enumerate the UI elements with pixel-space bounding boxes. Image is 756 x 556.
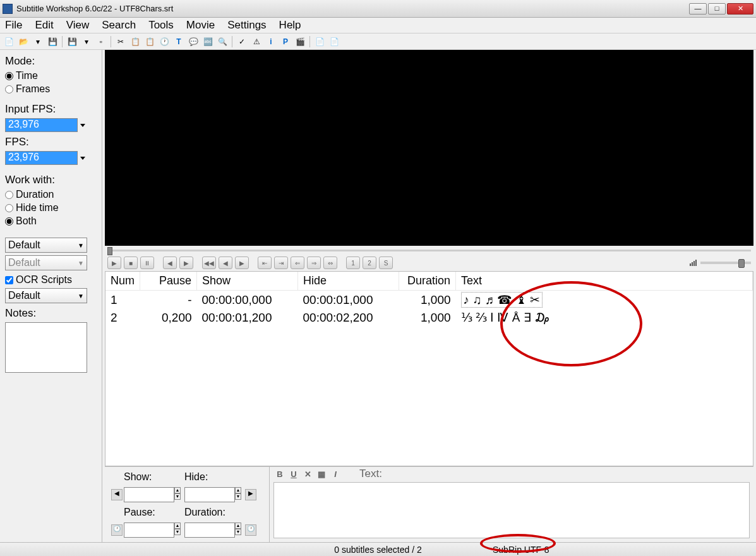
bold-button[interactable]: B: [275, 469, 285, 479]
pause-button[interactable]: ⏸: [140, 257, 154, 269]
subtitle-grid[interactable]: Num Pause Show Hide Duration Text 1 - 00…: [105, 271, 753, 466]
back-button[interactable]: ◀: [219, 257, 232, 269]
subtitle-text-input[interactable]: [273, 482, 750, 538]
menu-search[interactable]: Search: [102, 19, 136, 32]
doc-icon[interactable]: ▫: [95, 35, 107, 48]
duration-spinner[interactable]: ▲▼: [235, 523, 241, 538]
translate-icon[interactable]: 🔤: [201, 35, 214, 48]
stop-button[interactable]: ■: [124, 257, 138, 269]
menu-tools[interactable]: Tools: [148, 19, 174, 32]
clear-button[interactable]: ✕: [303, 469, 313, 479]
copy-icon[interactable]: 📋: [129, 35, 141, 48]
menu-view[interactable]: View: [66, 19, 90, 32]
jump-prev-button[interactable]: ⇐: [291, 257, 304, 269]
default-combo-2[interactable]: Default▼: [5, 255, 87, 270]
menu-help[interactable]: Help: [279, 19, 301, 32]
default-combo-1[interactable]: Default▼: [5, 238, 87, 253]
table-row[interactable]: 2 0,200 00:00:01,200 00:00:02,200 1,000 …: [105, 309, 753, 326]
doc-icon[interactable]: 📄: [328, 35, 340, 48]
pause-spinner[interactable]: ▲▼: [174, 523, 181, 538]
minimize-button[interactable]: —: [689, 3, 707, 15]
mark-out-button[interactable]: ⇥: [274, 257, 288, 269]
ocr-scripts-checkbox[interactable]: OCR Scripts: [5, 274, 97, 286]
italic-button[interactable]: I: [330, 469, 340, 479]
underline-button[interactable]: U: [289, 469, 299, 479]
save-as-icon[interactable]: 💾: [66, 35, 78, 48]
work-hide-label: Hide time: [16, 202, 59, 214]
clock-icon[interactable]: 🕐: [245, 524, 256, 536]
cut-icon[interactable]: ✂: [114, 35, 127, 48]
paste-icon[interactable]: 📋: [143, 35, 156, 48]
col-text[interactable]: Text: [456, 272, 753, 291]
save-icon[interactable]: 💾: [46, 35, 59, 48]
dropdown-icon[interactable]: ▾: [32, 35, 44, 48]
doc-icon[interactable]: 📄: [313, 35, 326, 48]
timeline[interactable]: [102, 246, 756, 255]
video-preview[interactable]: [105, 50, 753, 246]
playback-controls: ▶ ■ ⏸ ◀ ▶ ◀◀ ◀ ▶ ⇤ ⇥ ⇐ ⇒ ⇔ 1 2 S: [102, 255, 756, 271]
text-icon[interactable]: T: [172, 35, 185, 48]
pascal-icon[interactable]: P: [279, 35, 292, 48]
warning-icon[interactable]: ⚠: [250, 35, 263, 48]
dropdown-icon[interactable]: [80, 124, 85, 127]
color-button[interactable]: ▦: [316, 469, 327, 479]
menu-file[interactable]: File: [5, 19, 22, 32]
sync-button[interactable]: ⇔: [323, 257, 337, 269]
dropdown-icon[interactable]: ▾: [80, 35, 93, 48]
duration-input[interactable]: [184, 523, 235, 538]
search-icon[interactable]: 🔍: [216, 35, 229, 48]
movie-icon[interactable]: 🎬: [294, 35, 306, 48]
next-sub-button[interactable]: ▶: [245, 489, 256, 500]
show-input[interactable]: [124, 487, 174, 502]
new-icon[interactable]: 📄: [3, 35, 15, 48]
play-button[interactable]: ▶: [107, 257, 121, 269]
maximize-button[interactable]: □: [708, 3, 726, 15]
open-icon[interactable]: 📂: [17, 35, 30, 48]
chevron-down-icon: ▼: [78, 260, 84, 267]
input-fps-field[interactable]: 23,976: [5, 118, 78, 132]
col-pause[interactable]: Pause: [140, 272, 197, 291]
next-frame-button[interactable]: ▶: [179, 257, 193, 269]
menu-settings[interactable]: Settings: [227, 19, 266, 32]
col-show[interactable]: Show: [197, 272, 298, 291]
table-row[interactable]: 1 - 00:00:00,000 00:00:01,000 1,000 ♪ ♫ …: [105, 291, 753, 310]
notes-textarea[interactable]: [5, 322, 87, 373]
work-both-radio[interactable]: Both: [5, 215, 97, 227]
clock-icon[interactable]: 🕐: [158, 35, 171, 48]
prev-frame-button[interactable]: ◀: [163, 257, 177, 269]
sidebar: Mode: Time Frames Input FPS: 23,976 FPS:…: [0, 50, 102, 542]
spellcheck-icon[interactable]: ✓: [236, 35, 248, 48]
prev-sub-button[interactable]: ◀: [111, 489, 123, 500]
pause-input[interactable]: [124, 523, 174, 538]
show-spinner[interactable]: ▲▼: [174, 487, 181, 502]
rewind-button[interactable]: ◀◀: [202, 257, 216, 269]
app-icon: [3, 4, 13, 14]
dropdown-icon[interactable]: [80, 157, 85, 160]
set-1-button[interactable]: 1: [346, 257, 360, 269]
hide-input[interactable]: [184, 487, 235, 502]
info-icon[interactable]: i: [265, 35, 277, 48]
jump-next-button[interactable]: ⇒: [307, 257, 321, 269]
menu-movie[interactable]: Movie: [186, 19, 215, 32]
close-button[interactable]: ✕: [727, 3, 753, 15]
hide-spinner[interactable]: ▲▼: [235, 487, 241, 502]
mode-time-radio[interactable]: Time: [5, 70, 97, 82]
col-duration[interactable]: Duration: [399, 272, 456, 291]
set-2-button[interactable]: 2: [363, 257, 376, 269]
ocr-combo[interactable]: Default▼: [5, 288, 87, 303]
col-hide[interactable]: Hide: [298, 272, 399, 291]
work-hide-radio[interactable]: Hide time: [5, 202, 97, 214]
col-num[interactable]: Num: [105, 272, 140, 291]
clock-icon[interactable]: 🕐: [111, 524, 123, 536]
timeline-track[interactable]: [107, 250, 751, 251]
fps-field[interactable]: 23,976: [5, 151, 78, 165]
menu-edit[interactable]: Edit: [35, 19, 53, 32]
chat-icon[interactable]: 💬: [187, 35, 200, 48]
mark-in-button[interactable]: ⇤: [258, 257, 272, 269]
mode-frames-radio[interactable]: Frames: [5, 83, 97, 95]
volume-slider[interactable]: [700, 262, 751, 264]
cell-num: 1: [105, 291, 140, 310]
set-s-button[interactable]: S: [379, 257, 393, 269]
forward-button[interactable]: ▶: [235, 257, 249, 269]
work-duration-radio[interactable]: Duration: [5, 189, 97, 200]
